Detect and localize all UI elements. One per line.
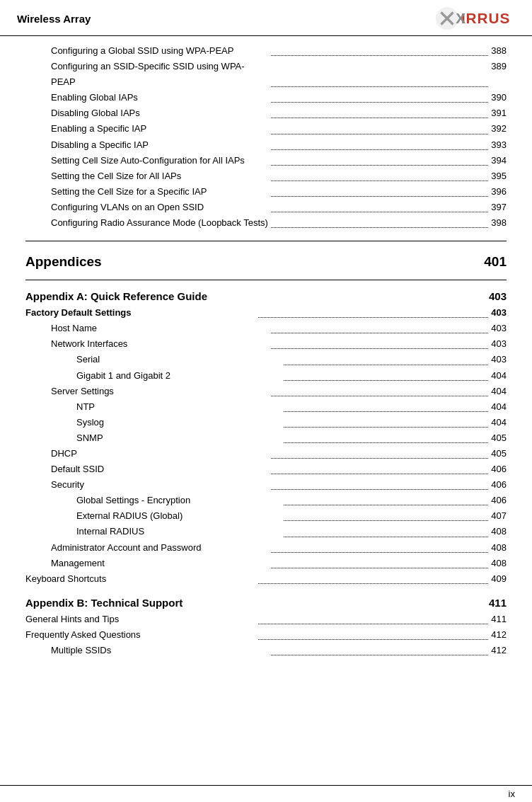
svg-text:IRRUS: IRRUS	[461, 10, 511, 26]
page-header: Wireless Array IRRUS X	[0, 0, 532, 36]
svg-text:X: X	[456, 10, 466, 26]
toc-item-page: 412	[491, 643, 507, 658]
toc-item-text: Setting the Cell Size for a Specific IAP	[51, 184, 268, 200]
toc-item-page: 403	[491, 305, 507, 321]
separator-appendix-a	[25, 280, 507, 280]
toc-item-text: Configuring an SSID-Specific SSID using …	[51, 59, 268, 90]
appendix-b-heading: Appendix B: Technical Support 411	[25, 597, 507, 609]
toc-dots	[271, 215, 488, 228]
toc-item-page: 398	[491, 215, 507, 231]
list-item: Serial403	[25, 352, 507, 367]
toc-dots	[271, 137, 488, 150]
list-item: Factory Default Settings403	[25, 305, 507, 321]
list-item: Setting the Cell Size for a Specific IAP…	[25, 184, 507, 200]
toc-item-page: 403	[491, 321, 507, 336]
toc-dots	[271, 643, 488, 655]
toc-dots	[284, 508, 488, 521]
toc-item-text: Administrator Account and Password	[51, 540, 268, 556]
toc-item-text: Network Interfaces	[51, 336, 268, 352]
list-item: Setting Cell Size Auto-Configuration for…	[25, 153, 507, 168]
appendix-b-label: Appendix B: Technical Support	[25, 597, 183, 609]
list-item: SNMP405	[25, 430, 507, 446]
list-item: Keyboard Shortcuts409	[25, 571, 507, 587]
appendix-b-page: 411	[489, 597, 507, 609]
toc-item-text: Server Settings	[51, 384, 268, 399]
toc-dots	[271, 121, 488, 134]
toc-item-page: 405	[491, 430, 507, 446]
toc-dots	[284, 368, 488, 381]
list-item: Host Name403	[25, 321, 507, 336]
list-item: Multiple SSIDs412	[25, 643, 507, 658]
toc-item-page: 408	[491, 556, 507, 571]
toc-item-page: 397	[491, 200, 507, 215]
appendix-a-heading: Appendix A: Quick Reference Guide 403	[25, 290, 507, 302]
list-item: Frequently Asked Questions412	[25, 627, 507, 643]
list-item: Default SSID406	[25, 462, 507, 477]
list-item: Configuring Radio Assurance Mode (Loopba…	[25, 215, 507, 231]
toc-top-entries: Configuring a Global SSID using WPA-PEAP…	[25, 43, 507, 231]
toc-item-text: General Hints and Tips	[25, 612, 255, 627]
toc-item-page: 405	[491, 446, 507, 462]
list-item: Enabling a Specific IAP392	[25, 121, 507, 137]
toc-item-text: DHCP	[51, 446, 268, 462]
toc-item-text: Default SSID	[51, 462, 268, 477]
toc-dots	[271, 477, 488, 490]
toc-item-text: Serial	[76, 352, 281, 367]
toc-item-text: Setting the Cell Size for All IAPs	[51, 168, 268, 184]
toc-item-text: Disabling Global IAPs	[51, 105, 268, 121]
separator-appendices	[25, 241, 507, 241]
toc-item-text: Enabling Global IAPs	[51, 90, 268, 105]
toc-item-text: Internal RADIUS	[76, 524, 281, 539]
list-item: Syslog404	[25, 415, 507, 430]
toc-item-page: 411	[491, 612, 507, 627]
list-item: Internal RADIUS408	[25, 524, 507, 539]
list-item: Enabling Global IAPs390	[25, 90, 507, 105]
toc-dots	[284, 352, 488, 365]
toc-dots	[271, 321, 488, 333]
toc-item-text: SNMP	[76, 430, 281, 446]
toc-item-text: Keyboard Shortcuts	[25, 571, 255, 587]
toc-dots	[258, 627, 488, 640]
toc-item-text: Frequently Asked Questions	[25, 627, 255, 643]
toc-dots	[284, 493, 488, 505]
toc-item-page: 395	[491, 168, 507, 184]
toc-dots	[271, 556, 488, 568]
appendix-a-page: 403	[489, 290, 507, 302]
toc-dots	[271, 59, 488, 87]
toc-dots	[271, 105, 488, 118]
toc-dots	[258, 612, 488, 624]
toc-item-page: 404	[491, 399, 507, 415]
toc-item-page: 412	[491, 627, 507, 643]
toc-item-text: Multiple SSIDs	[51, 643, 268, 658]
toc-dots	[271, 168, 488, 181]
appendix-b-items: General Hints and Tips411Frequently Aske…	[25, 612, 507, 658]
list-item: Disabling a Specific IAP393	[25, 137, 507, 153]
toc-item-text: Host Name	[51, 321, 268, 336]
toc-item-text: Enabling a Specific IAP	[51, 121, 268, 137]
toc-item-page: 408	[491, 524, 507, 539]
toc-dots	[271, 200, 488, 212]
toc-dots	[284, 430, 488, 443]
toc-item-page: 388	[491, 43, 507, 59]
list-item: Administrator Account and Password408	[25, 540, 507, 556]
toc-item-page: 406	[491, 462, 507, 477]
toc-item-text: Disabling a Specific IAP	[51, 137, 268, 153]
toc-dots	[271, 43, 488, 56]
toc-dots	[284, 524, 488, 537]
toc-item-page: 406	[491, 493, 507, 508]
footer-page-number: ix	[509, 789, 515, 799]
list-item: Security406	[25, 477, 507, 493]
header-title: Wireless Array	[17, 13, 91, 25]
toc-item-text: Global Settings - Encryption	[76, 493, 281, 508]
toc-dots	[271, 540, 488, 553]
toc-item-page: 396	[491, 184, 507, 200]
xirrus-logo: IRRUS X	[434, 6, 515, 31]
toc-content: Configuring a Global SSID using WPA-PEAP…	[0, 36, 532, 665]
toc-item-text: Security	[51, 477, 268, 493]
appendices-heading: Appendices 401	[25, 254, 507, 270]
toc-item-text: Management	[51, 556, 268, 571]
toc-item-text: Setting Cell Size Auto-Configuration for…	[51, 153, 268, 168]
list-item: Gigabit 1 and Gigabit 2404	[25, 368, 507, 384]
toc-item-text: NTP	[76, 399, 281, 415]
list-item: NTP404	[25, 399, 507, 415]
